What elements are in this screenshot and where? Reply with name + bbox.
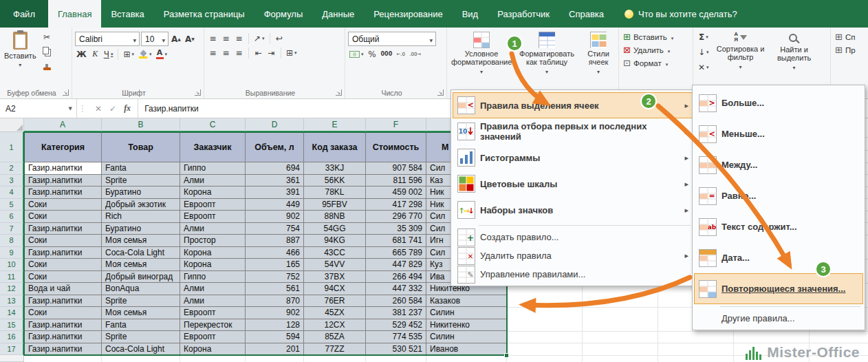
cell[interactable]: Sprite [102, 331, 180, 343]
table-header-cell[interactable]: Категория [24, 132, 102, 162]
row-header-partial[interactable] [0, 355, 24, 362]
tab-file[interactable]: Файл [0, 0, 48, 28]
cell[interactable]: Соки [24, 235, 102, 247]
cell[interactable]: 33KJ [304, 162, 366, 175]
align-middle-icon[interactable]: ≡ [220, 32, 232, 45]
cell[interactable]: 12CX [304, 319, 366, 332]
table-header-cell[interactable]: Заказчик [180, 132, 246, 162]
clear-button[interactable]: ✕ [697, 61, 710, 74]
cell[interactable]: 752 [246, 271, 304, 284]
sort-filter-button[interactable]: АЯ Сортировка и фильтр [713, 30, 769, 72]
clipped-button-2[interactable]: ⊞Пр [832, 43, 867, 56]
merge-center-icon[interactable]: ⊞ [285, 46, 299, 59]
cell[interactable]: 77ZZ [304, 343, 366, 356]
align-top-icon[interactable]: ≡ [207, 32, 219, 45]
cell[interactable]: Алми [180, 295, 246, 308]
cell[interactable]: Иванов [426, 343, 507, 356]
insert-function-icon[interactable]: fx [124, 103, 131, 114]
cell[interactable]: 870 [246, 295, 304, 308]
cell[interactable]: Соки [24, 307, 102, 319]
fill-color-button[interactable] [137, 47, 153, 61]
row-header-5[interactable]: 5 [0, 199, 24, 211]
insert-cells-button[interactable]: ⊞Вставить [620, 30, 691, 43]
column-header-C[interactable]: C [180, 118, 246, 132]
cell[interactable]: Rich [102, 211, 180, 223]
cell[interactable]: Корона [180, 259, 246, 271]
cell[interactable]: Никитенко [426, 319, 507, 332]
cancel-icon[interactable]: ✕ [95, 104, 102, 114]
cell[interactable]: 361 [246, 175, 304, 187]
cell[interactable]: Добрый экзотик [102, 199, 180, 211]
percent-button[interactable]: % [367, 47, 378, 61]
table-header-cell[interactable]: Товар [102, 132, 180, 162]
comma-style-button[interactable]: 000 [380, 47, 394, 61]
row-header-8[interactable]: 8 [0, 235, 24, 247]
submenu-item-less-than[interactable]: <Меньше... [694, 118, 863, 149]
tab-data[interactable]: Данные [312, 0, 364, 28]
cell[interactable]: Газир.напитки [24, 187, 102, 199]
underline-button[interactable]: Ч [102, 47, 115, 61]
delete-cells-button[interactable]: ⊠Удалить [620, 43, 691, 56]
cell-styles-button[interactable]: Стили ячеек [579, 30, 618, 76]
cell[interactable]: Корона [180, 247, 246, 259]
cell[interactable]: Евроопт [180, 199, 246, 211]
fill-button[interactable]: ↓ [697, 45, 710, 58]
row-header-6[interactable]: 6 [0, 211, 24, 223]
align-center-icon[interactable]: ≡ [220, 46, 232, 59]
increase-decimal-button[interactable]: ←.0 [395, 47, 406, 61]
submenu-item-equal-to[interactable]: =Равно... [694, 180, 863, 211]
cell[interactable]: Простор [180, 235, 246, 247]
submenu-item-greater-than[interactable]: >Больше... [694, 87, 863, 118]
cell[interactable]: Соки [24, 259, 102, 271]
cell[interactable]: 529 452 [366, 319, 426, 332]
cell[interactable]: 37BX [304, 271, 366, 284]
row-header-16[interactable]: 16 [0, 331, 24, 343]
cell[interactable]: Казаков [426, 295, 507, 308]
cell[interactable]: Силин [426, 307, 507, 319]
cell[interactable]: Соки [24, 211, 102, 223]
row-header-9[interactable]: 9 [0, 247, 24, 259]
cell[interactable]: Coca-Cola Light [102, 343, 180, 356]
active-cell-A2[interactable]: Газир.напитки [24, 162, 102, 175]
cell[interactable]: Sprite [102, 295, 180, 308]
tab-insert[interactable]: Вставка [101, 0, 153, 28]
menu-item-color-scales[interactable]: Цветовые шкалы▸ [453, 171, 693, 197]
fill-handle[interactable] [504, 353, 509, 358]
format-painter-icon[interactable] [41, 61, 53, 74]
menu-item-icon-sets[interactable]: ↑→↓Наборы значков▸ [453, 197, 693, 223]
submenu-item-between[interactable]: Между... [694, 149, 863, 180]
row-header-10[interactable]: 10 [0, 259, 24, 271]
tab-formulas[interactable]: Формулы [254, 0, 313, 28]
grow-font-button[interactable]: А▲ [170, 32, 182, 45]
cell[interactable]: 296 770 [366, 211, 426, 223]
cell[interactable]: Газир.напитки [24, 247, 102, 259]
tab-review[interactable]: Рецензирование [364, 0, 452, 28]
cell[interactable]: Моя семья [102, 259, 180, 271]
row-header-14[interactable]: 14 [0, 307, 24, 319]
increase-indent-icon[interactable]: ⇥ [265, 46, 277, 59]
cell[interactable]: 459 002 [366, 187, 426, 199]
cell[interactable]: 165 [246, 259, 304, 271]
cell[interactable]: 95FBV [304, 199, 366, 211]
column-header-A[interactable]: A [24, 118, 102, 132]
borders-button[interactable]: ⊞ [122, 47, 135, 61]
cell[interactable]: Coca-Cola Light [102, 247, 180, 259]
cell[interactable]: 45ZX [304, 307, 366, 319]
cell[interactable]: Газир.напитки [24, 223, 102, 235]
cell[interactable]: 391 [246, 187, 304, 199]
cell[interactable]: 902 [246, 211, 304, 223]
cell[interactable]: 94CX [304, 283, 366, 295]
select-all-corner[interactable] [0, 118, 24, 132]
menu-item-manage-rules[interactable]: ✎Управление правилами... [453, 265, 693, 284]
menu-item-data-bars[interactable]: Гистограммы▸ [453, 145, 693, 171]
tab-page-layout[interactable]: Разметка страницы [154, 0, 254, 28]
cell[interactable]: 594 [246, 331, 304, 343]
column-header-E[interactable]: E [304, 118, 366, 132]
cell[interactable]: 78KL [304, 187, 366, 199]
cell[interactable]: 561 [246, 283, 304, 295]
cell[interactable]: Алми [180, 283, 246, 295]
cell[interactable]: 887 [246, 235, 304, 247]
alignment-dialog-launcher-icon[interactable] [336, 89, 342, 96]
cell[interactable]: Газир.напитки [24, 343, 102, 356]
menu-item-top-bottom-rules[interactable]: 10Правила отбора первых и последних знач… [453, 118, 693, 145]
